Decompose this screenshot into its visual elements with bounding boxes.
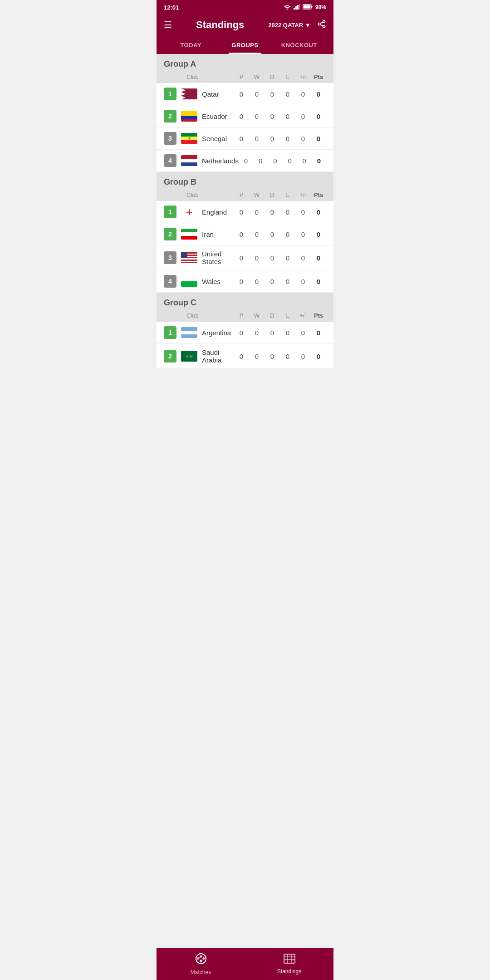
col-diff-a: +/- [295,74,311,80]
team-name: Argentina [202,329,234,337]
team-name: Saudi Arabia [202,348,234,364]
col-d-a: D [265,74,280,80]
flag-senegal [181,133,197,144]
rank-badge: 4 [164,154,176,167]
group-b-title: Group B [164,177,326,190]
tab-bar: TODAY GROUPS KNOCKOUT [164,36,326,54]
svg-point-8 [318,23,320,25]
svg-rect-6 [303,5,310,8]
app-header: ☰ Standings 2022 QATAR ▼ TODAY GROUPS KN… [157,15,333,54]
svg-rect-1 [295,6,297,10]
share-icon[interactable] [317,20,326,31]
team-name: Ecuador [202,113,234,120]
flag-argentina [181,327,197,338]
svg-rect-3 [299,4,300,10]
col-l-a: L [280,74,295,80]
flag-netherlands [181,155,197,166]
col-w-a: W [249,74,265,80]
table-row[interactable]: 4 Netherlands 0 0 0 0 0 0 [157,150,333,172]
team-name: Iran [202,230,234,238]
rank-badge: 1 [164,206,176,218]
table-row[interactable]: 2 🌴⚔️ Saudi Arabia 0 0 0 0 0 0 [157,344,333,369]
flag-ecuador [181,111,197,122]
page-title: Standings [196,19,244,31]
flag-qatar [181,88,197,99]
table-row[interactable]: 1 Qatar 0 0 0 0 0 0 [157,83,333,105]
svg-rect-0 [294,8,295,10]
team-name: England [202,208,234,216]
menu-icon[interactable]: ☰ [164,20,172,30]
table-row[interactable]: 3 United States 0 0 0 0 0 0 [157,245,333,270]
team-name: Netherlands [202,157,239,165]
table-row[interactable]: 2 Ecuador 0 0 0 0 0 0 [157,105,333,127]
svg-line-10 [320,24,323,26]
rank-badge: 4 [164,275,176,288]
svg-point-9 [323,25,325,28]
svg-rect-2 [297,5,299,10]
svg-line-11 [320,22,323,23]
group-a-header: Group A Club P W D L +/- Pts [157,54,333,83]
team-name: Senegal [202,135,234,142]
team-name: Wales [202,278,234,285]
col-pts-a: Pts [311,74,326,80]
status-time: 12:01 [164,4,179,11]
group-c-columns: Club P W D L +/- Pts [164,310,326,322]
battery-percent: 98% [315,4,326,10]
svg-point-7 [323,20,325,22]
tab-knockout[interactable]: KNOCKOUT [272,36,326,54]
group-b-header: Group B Club P W D L +/- Pts [157,172,333,201]
group-a-columns: Club P W D L +/- Pts [164,72,326,83]
status-icons: 98% [284,4,326,11]
content-area: Group A Club P W D L +/- Pts 1 Qatar 0 0… [157,54,333,414]
rank-badge: 2 [164,110,176,122]
header-right: 2022 QATAR ▼ [268,20,326,31]
group-a-title: Group A [164,59,326,72]
table-row[interactable]: 2 Iran 0 0 0 0 0 0 [157,223,333,245]
tab-today[interactable]: TODAY [164,36,218,54]
svg-rect-5 [311,6,312,8]
tournament-selector[interactable]: 2022 QATAR ▼ [268,22,311,29]
signal-icon [294,4,300,11]
col-club-a: Club [164,74,234,80]
rank-badge: 3 [164,251,176,264]
rank-badge: 3 [164,132,176,145]
rank-badge: 1 [164,88,176,100]
table-row[interactable]: 1 England 0 0 0 0 0 0 [157,201,333,223]
col-p-a: P [234,74,249,80]
rank-badge: 1 [164,326,176,339]
group-b-columns: Club P W D L +/- Pts [164,190,326,201]
tab-groups[interactable]: GROUPS [218,36,272,54]
table-row[interactable]: 1 Argentina 0 0 0 0 0 0 [157,322,333,344]
team-name: Qatar [202,90,234,98]
flag-iran [181,229,197,240]
table-row[interactable]: 4 Wales 0 0 0 0 0 0 [157,270,333,293]
svg-text:🌴⚔️: 🌴⚔️ [185,354,193,358]
col-club-c: Club [164,312,234,319]
status-bar: 12:01 98% [157,0,333,15]
flag-wales [181,276,197,287]
flag-england [181,206,197,217]
rank-badge: 2 [164,228,176,240]
tournament-label: 2022 QATAR [268,22,303,29]
team-name: United States [202,250,234,265]
group-c-title: Group C [164,298,326,310]
battery-icon [303,4,313,11]
dropdown-icon: ▼ [305,22,311,29]
table-row[interactable]: 3 Senegal 0 0 0 0 0 0 [157,127,333,150]
col-club-b: Club [164,191,234,198]
flag-saudi: 🌴⚔️ [181,351,197,362]
wifi-icon [284,4,291,11]
group-c-header: Group C Club P W D L +/- Pts [157,293,333,322]
flag-usa [181,252,197,263]
rank-badge: 2 [164,350,176,363]
